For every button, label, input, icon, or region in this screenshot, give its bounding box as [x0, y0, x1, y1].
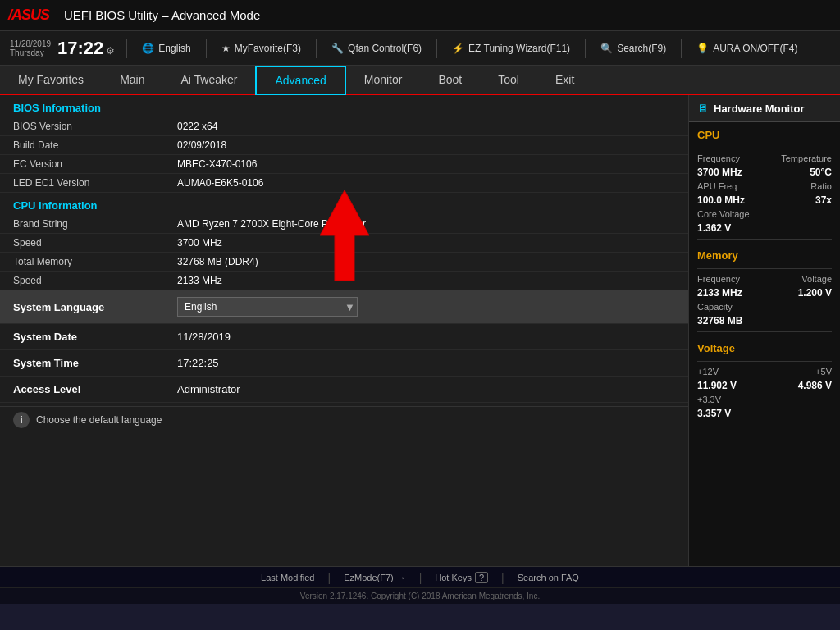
- bios-version-row: BIOS Version 0222 x64: [0, 117, 688, 136]
- system-date-row[interactable]: System Date 11/28/2019: [0, 324, 688, 350]
- hw-cpu-volt-value: 1.362 V: [697, 222, 731, 234]
- eztuning-label: EZ Tuning Wizard(F11): [468, 43, 570, 54]
- hw-v33-row: +3.3V: [689, 393, 840, 406]
- ec-version-value: MBEC-X470-0106: [177, 158, 257, 170]
- system-language-label: System Language: [13, 301, 177, 313]
- hw-cpu-temp-label: Temperature: [781, 153, 832, 163]
- divider: [681, 39, 682, 58]
- cpu-speed-row: Speed 3700 MHz: [0, 234, 688, 253]
- hw-divider-2: [697, 331, 832, 332]
- hw-cpu-freq-value: 3700 MHz: [697, 167, 742, 178]
- total-memory-row: Total Memory 32768 MB (DDR4): [0, 253, 688, 272]
- ezmode-item[interactable]: EzMode(F7) →: [331, 573, 419, 582]
- search-faq-item[interactable]: Search on FAQ: [504, 573, 592, 582]
- hw-monitor-header: 🖥 Hardware Monitor: [689, 95, 840, 122]
- language-button[interactable]: 🌐 English: [135, 41, 197, 56]
- tab-exit[interactable]: Exit: [537, 66, 592, 94]
- hw-mem-freq-row: Frequency Voltage: [689, 272, 840, 285]
- star-icon: ★: [221, 43, 231, 54]
- hw-cpu-ratio-label: Ratio: [810, 181, 832, 191]
- hw-cpu-apu-row: APU Freq Ratio: [689, 180, 840, 193]
- tab-monitor[interactable]: Monitor: [346, 66, 421, 94]
- build-date-row: Build Date 02/09/2018: [0, 136, 688, 155]
- ec-version-row: EC Version MBEC-X470-0106: [0, 155, 688, 174]
- tab-advanced[interactable]: Advanced: [255, 66, 345, 95]
- eztuning-button[interactable]: ⚡ EZ Tuning Wizard(F11): [445, 41, 577, 56]
- myfavorite-button[interactable]: ★ MyFavorite(F3): [215, 41, 308, 56]
- bios-version-label: BIOS Version: [13, 121, 177, 132]
- myfavorite-label: MyFavorite(F3): [235, 43, 301, 54]
- lightning-icon: ⚡: [452, 43, 464, 54]
- hint-text: Choose the default language: [36, 414, 162, 426]
- qfan-button[interactable]: 🔧 Qfan Control(F6): [325, 41, 428, 56]
- hw-mem-cap-val-row: 32768 MB: [689, 313, 840, 328]
- main-content: BIOS Information BIOS Version 0222 x64 B…: [0, 95, 840, 566]
- tab-main[interactable]: Main: [102, 66, 162, 94]
- hw-monitor-title: Hardware Monitor: [714, 103, 805, 115]
- language-dropdown-container: English ▼: [177, 297, 355, 317]
- build-date-value: 02/09/2018: [177, 139, 226, 151]
- hw-v33-label: +3.3V: [697, 395, 721, 404]
- hw-v12-label: +12V: [697, 367, 719, 377]
- hw-cpu-title: CPU: [689, 122, 840, 144]
- bios-section-header: BIOS Information: [0, 95, 688, 117]
- hw-cpu-temp-value: 50°C: [810, 167, 832, 178]
- datetime-block: 11/28/2019Thursday: [10, 39, 51, 57]
- access-level-value: Administrator: [177, 383, 675, 395]
- bios-version-value: 0222 x64: [177, 121, 217, 132]
- divider: [206, 39, 207, 58]
- info-bar: 11/28/2019Thursday 17:22 ⚙ 🌐 English ★ M…: [0, 31, 840, 66]
- light-icon: 💡: [696, 43, 709, 54]
- tab-aitweaker[interactable]: Ai Tweaker: [162, 66, 255, 94]
- hw-v12-val-row: 11.902 V 4.986 V: [689, 378, 840, 393]
- hw-mem-title: Memory: [689, 243, 840, 265]
- hw-volt-title: Voltage: [689, 336, 840, 358]
- divider: [436, 39, 437, 58]
- system-time-value: 17:22:25: [177, 357, 675, 369]
- last-modified-item[interactable]: Last Modified: [248, 573, 327, 582]
- divider: [316, 39, 317, 58]
- system-date-label: System Date: [13, 331, 177, 343]
- search-button[interactable]: 🔍 Search(F9): [594, 41, 673, 56]
- header-bar: /ASUS UEFI BIOS Utility – Advanced Mode: [0, 0, 840, 31]
- hotkeys-item[interactable]: Hot Keys ?: [422, 572, 501, 583]
- hw-divider-1: [697, 239, 832, 240]
- hotkeys-label: Hot Keys: [435, 573, 472, 582]
- ezmode-arrow-icon: →: [397, 573, 406, 582]
- tab-myfavorites[interactable]: My Favorites: [0, 66, 102, 94]
- access-level-label: Access Level: [13, 383, 177, 395]
- monitor-icon: 🖥: [697, 102, 709, 115]
- hw-v12-value: 11.902 V: [697, 380, 737, 391]
- system-time-row[interactable]: System Time 17:22:25: [0, 350, 688, 377]
- build-date-label: Build Date: [13, 139, 177, 151]
- info-icon: i: [13, 412, 30, 428]
- hw-mem-freq-label: Frequency: [697, 274, 740, 284]
- system-date-value: 11/28/2019: [177, 331, 675, 343]
- total-memory-value: 32768 MB (DDR4): [177, 256, 258, 267]
- search-icon: 🔍: [600, 43, 613, 54]
- hw-cpu-volt-val-row: 1.362 V: [689, 221, 840, 235]
- search-label: Search(F9): [617, 43, 666, 54]
- hw-mem-freq-value: 2133 MHz: [697, 287, 742, 299]
- total-memory-label: Total Memory: [13, 256, 177, 267]
- hw-mem-cap-label: Capacity: [697, 302, 733, 312]
- cpu-speed-value: 3700 MHz: [177, 237, 222, 249]
- hw-mem-volt-label: Voltage: [801, 274, 832, 284]
- language-label: English: [158, 43, 190, 54]
- hw-divider-mem: [697, 268, 832, 269]
- mem-speed-label: Speed: [13, 275, 177, 286]
- tab-boot[interactable]: Boot: [420, 66, 480, 94]
- language-select[interactable]: English: [177, 297, 358, 317]
- aura-button[interactable]: 💡 AURA ON/OFF(F4): [690, 41, 804, 56]
- hw-divider-cpu: [697, 148, 832, 148]
- hw-v33-val-row: 3.357 V: [689, 406, 840, 421]
- ec-version-label: EC Version: [13, 158, 177, 170]
- ezmode-label: EzMode(F7): [344, 573, 394, 582]
- access-level-row: Access Level Administrator: [0, 377, 688, 403]
- aura-label: AURA ON/OFF(F4): [713, 43, 797, 54]
- hw-v12-row: +12V +5V: [689, 365, 840, 378]
- cpu-speed-label: Speed: [13, 237, 177, 249]
- led-ec1-row: LED EC1 Version AUMA0-E6K5-0106: [0, 174, 688, 193]
- system-language-row[interactable]: System Language English ▼: [0, 290, 688, 324]
- tab-tool[interactable]: Tool: [480, 66, 537, 94]
